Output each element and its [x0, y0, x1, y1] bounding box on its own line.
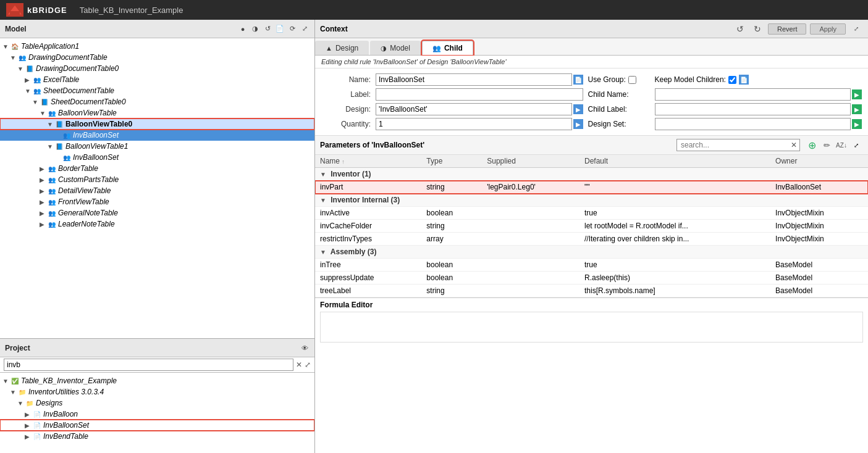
design-set-arrow-icon[interactable]: ▶: [852, 119, 862, 129]
group-header-cell[interactable]: ▼ Inventor (1): [315, 168, 868, 181]
group-toggle[interactable]: ▼: [320, 171, 326, 178]
group-header-cell[interactable]: ▼ Assembly (3): [315, 246, 868, 259]
project-search-input[interactable]: [4, 359, 293, 371]
child-name-arrow-icon[interactable]: ▶: [852, 89, 862, 99]
col-default[interactable]: Default: [579, 155, 770, 168]
params-group-header[interactable]: ▼ Inventor (1): [315, 168, 868, 181]
model-tree-item[interactable]: ▶👥CustomPartsTable: [0, 174, 314, 185]
model-tree-item[interactable]: ▼📘DrawingDocumentTable0: [0, 63, 314, 74]
params-expand-btn[interactable]: ⤢: [849, 138, 863, 152]
formula-body[interactable]: [320, 312, 863, 343]
model-tree-item[interactable]: ▶👥GeneralNoteTable: [0, 207, 314, 218]
params-search-clear[interactable]: ✕: [788, 141, 799, 149]
tree-toggle[interactable]: ▼: [40, 110, 47, 117]
model-tree-item[interactable]: ▼👥SheetDocumentTable: [0, 85, 314, 96]
tab-child[interactable]: 👥 Child: [422, 41, 473, 55]
model-icon-expand[interactable]: ⤢: [300, 24, 310, 34]
undo-button[interactable]: ↺: [733, 22, 747, 36]
model-tree-item[interactable]: ▼📘BalloonViewTable1: [0, 141, 314, 152]
col-supplied[interactable]: Supplied: [482, 155, 579, 168]
tree-toggle[interactable]: ▶: [40, 177, 47, 183]
model-tree-item[interactable]: ▶👥LeaderNoteTable: [0, 218, 314, 230]
model-icon-record[interactable]: ●: [238, 24, 248, 34]
child-label-input[interactable]: [655, 103, 851, 115]
tree-toggle[interactable]: ▼: [2, 43, 10, 50]
table-row[interactable]: treeLabel string this[R.symbols.name] Ba…: [315, 285, 868, 297]
apply-button[interactable]: Apply: [810, 23, 846, 35]
tab-model[interactable]: ◑ Model: [370, 41, 421, 55]
tree-toggle[interactable]: ▶: [25, 411, 32, 418]
tree-toggle[interactable]: ▼: [47, 121, 54, 128]
model-icon-half[interactable]: ◑: [250, 24, 260, 34]
model-icon-refresh[interactable]: ⟳: [287, 24, 297, 34]
keep-model-children-checkbox[interactable]: [728, 76, 736, 84]
model-tree-item[interactable]: ▶👥FrontViewTable: [0, 196, 314, 207]
model-tree-item[interactable]: ▶👥DetailViewTable: [0, 185, 314, 196]
tree-toggle[interactable]: ▶: [25, 433, 32, 440]
model-tree-item[interactable]: ▼👥DrawingDocumentTable: [0, 52, 314, 63]
tree-toggle[interactable]: ▶: [40, 210, 47, 217]
col-type[interactable]: Type: [421, 155, 482, 168]
tree-toggle[interactable]: ▼: [25, 88, 32, 94]
project-tree-item[interactable]: ▶📄InvBalloonSet: [0, 420, 314, 431]
tree-toggle[interactable]: ▶: [25, 422, 32, 429]
model-tree-item[interactable]: ▶👥BorderTable: [0, 163, 314, 174]
model-tree-item[interactable]: ▼📘BalloonViewTable0: [0, 118, 314, 130]
table-row[interactable]: suppressUpdate boolean R.asleep(this) Ba…: [315, 272, 868, 285]
table-row[interactable]: invActive boolean true InvObjectMixin: [315, 207, 868, 220]
name-arrow-icon[interactable]: 📄: [573, 75, 583, 85]
group-toggle[interactable]: ▼: [320, 197, 326, 204]
redo-button[interactable]: ↻: [751, 22, 764, 36]
revert-button[interactable]: Revert: [768, 23, 806, 35]
col-owner[interactable]: Owner: [770, 155, 868, 168]
model-tree-item[interactable]: ▼👥BalloonViewTable: [0, 107, 314, 118]
name-input[interactable]: [376, 73, 572, 86]
tab-design[interactable]: ▲ Design: [315, 41, 369, 55]
quantity-arrow-icon[interactable]: ▶: [573, 119, 583, 129]
params-group-header[interactable]: ▼ Inventor Internal (3): [315, 194, 868, 207]
tree-toggle[interactable]: ▶: [40, 188, 47, 194]
use-group-checkbox[interactable]: [628, 76, 636, 84]
table-row[interactable]: inTree boolean true BaseModel: [315, 259, 868, 272]
model-tree-item[interactable]: 👥InvBalloonSet: [0, 130, 314, 141]
tree-toggle[interactable]: ▶: [40, 221, 47, 228]
project-tree-item[interactable]: ▼📁InventorUtilities 3.0.3.4: [0, 386, 314, 397]
child-label-arrow-icon[interactable]: ▶: [852, 104, 862, 114]
label-input[interactable]: [376, 88, 583, 101]
params-edit-btn[interactable]: ✏: [820, 138, 833, 152]
project-tree-item[interactable]: ▶📄InvBendTable: [0, 431, 314, 442]
tree-toggle[interactable]: ▶: [25, 77, 32, 83]
design-input[interactable]: [376, 103, 572, 115]
project-tree-item[interactable]: ▼✅Table_KB_Inventor_Example: [0, 375, 314, 386]
tree-toggle[interactable]: ▼: [17, 65, 25, 72]
tree-toggle[interactable]: ▼: [17, 400, 25, 407]
tree-toggle[interactable]: ▼: [2, 378, 10, 384]
keep-model-children-icon[interactable]: 📄: [739, 75, 749, 85]
quantity-input[interactable]: [376, 118, 572, 130]
model-tree-item[interactable]: ▶👥ExcelTable: [0, 74, 314, 85]
context-expand-icon[interactable]: ⤢: [849, 22, 863, 36]
tree-toggle[interactable]: ▼: [32, 99, 40, 106]
table-row[interactable]: invCacheFolder string let rootModel = R.…: [315, 220, 868, 233]
model-icon-doc[interactable]: 📄: [275, 24, 285, 34]
design-arrow-icon[interactable]: ▶: [573, 104, 583, 114]
child-name-input[interactable]: [655, 88, 851, 101]
table-row[interactable]: restrictInvTypes array //Iterating over …: [315, 233, 868, 246]
tree-toggle[interactable]: ▼: [47, 143, 54, 150]
design-set-input[interactable]: [655, 118, 851, 130]
model-tree-item[interactable]: ▼🏠TableApplication1: [0, 41, 314, 52]
project-tree[interactable]: ▼✅Table_KB_Inventor_Example▼📁InventorUti…: [0, 373, 314, 453]
tree-toggle[interactable]: ▶: [40, 199, 47, 206]
col-name[interactable]: Name ↑: [315, 155, 421, 168]
model-tree[interactable]: ▼🏠TableApplication1▼👥DrawingDocumentTabl…: [0, 38, 314, 338]
project-tree-item[interactable]: ▶📄InvBalloon: [0, 409, 314, 420]
model-tree-item[interactable]: ▼📘SheetDocumentTable0: [0, 96, 314, 107]
project-search-expand[interactable]: ⤢: [305, 360, 311, 369]
tree-toggle[interactable]: ▼: [10, 389, 17, 396]
group-toggle[interactable]: ▼: [320, 249, 326, 256]
project-search-clear[interactable]: ✕: [296, 360, 302, 369]
params-table-wrap[interactable]: Name ↑ Type Supplied Default Owner ▼ Inv…: [315, 155, 868, 297]
tree-toggle[interactable]: ▼: [10, 54, 17, 61]
group-header-cell[interactable]: ▼ Inventor Internal (3): [315, 194, 868, 207]
project-tree-item[interactable]: ▼📁Designs: [0, 397, 314, 409]
